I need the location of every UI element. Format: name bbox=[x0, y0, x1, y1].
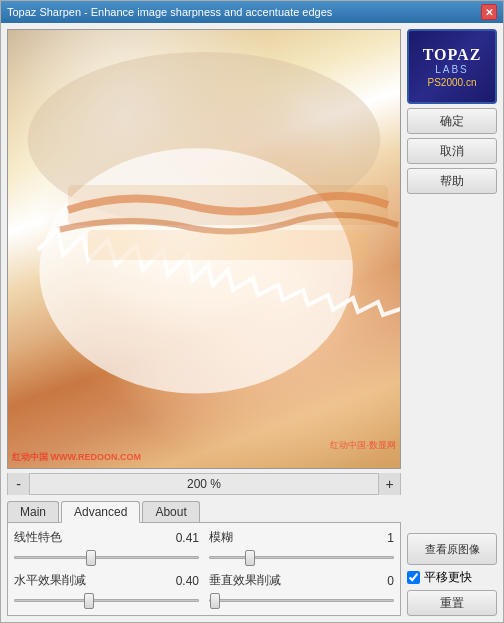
close-button[interactable]: ✕ bbox=[481, 4, 497, 20]
help-button[interactable]: 帮助 bbox=[407, 168, 497, 194]
watermark2: 红动中国·数显网 bbox=[330, 439, 396, 452]
tab-main[interactable]: Main bbox=[7, 501, 59, 522]
linear-feature-header: 线性特色 0.41 bbox=[14, 529, 199, 546]
cancel-button[interactable]: 取消 bbox=[407, 138, 497, 164]
reset-button[interactable]: 重置 bbox=[407, 590, 497, 616]
main-window: Topaz Sharpen - Enhance image sharpness … bbox=[0, 0, 504, 623]
control-blur: 模糊 1 bbox=[209, 529, 394, 566]
zoom-value: 200 % bbox=[30, 477, 378, 491]
tab-content: 线性特色 0.41 模糊 1 bbox=[7, 523, 401, 616]
shell-svg bbox=[8, 30, 400, 468]
vertical-suppress-value: 0 bbox=[387, 574, 394, 588]
vertical-suppress-label: 垂直效果削减 bbox=[209, 572, 281, 589]
control-linear-feature: 线性特色 0.41 bbox=[14, 529, 199, 566]
blur-slider[interactable] bbox=[209, 549, 394, 565]
pan-faster-row: 平移更快 bbox=[407, 569, 497, 586]
preview-area[interactable]: 红动中国 WWW.REDOON.COM 红动中国·数显网 bbox=[7, 29, 401, 469]
horizontal-suppress-header: 水平效果削减 0.40 bbox=[14, 572, 199, 589]
spacer bbox=[407, 198, 497, 525]
linear-feature-value: 0.41 bbox=[176, 531, 199, 545]
watermark1: 红动中国 WWW.REDOON.COM bbox=[12, 451, 141, 464]
tab-headers: Main Advanced About bbox=[7, 501, 401, 523]
pan-faster-checkbox[interactable] bbox=[407, 571, 420, 584]
title-text: Topaz Sharpen - Enhance image sharpness … bbox=[7, 6, 332, 18]
zoom-bar: - 200 % + bbox=[7, 473, 401, 495]
main-content: 红动中国 WWW.REDOON.COM 红动中国·数显网 - 200 % + M… bbox=[1, 23, 503, 622]
view-original-button[interactable]: 查看原图像 bbox=[407, 533, 497, 565]
svg-rect-3 bbox=[88, 230, 368, 260]
control-vertical-suppress: 垂直效果削减 0 bbox=[209, 572, 394, 609]
zoom-in-button[interactable]: + bbox=[378, 473, 400, 495]
pan-faster-label: 平移更快 bbox=[424, 569, 472, 586]
title-bar: Topaz Sharpen - Enhance image sharpness … bbox=[1, 1, 503, 23]
svg-rect-2 bbox=[68, 185, 388, 225]
vertical-suppress-slider-container bbox=[209, 591, 394, 609]
preview-image: 红动中国 WWW.REDOON.COM 红动中国·数显网 bbox=[8, 30, 400, 468]
blur-header: 模糊 1 bbox=[209, 529, 394, 546]
logo-area: TOPAZ LABS PS2000.cn bbox=[407, 29, 497, 104]
title-bar-left: Topaz Sharpen - Enhance image sharpness … bbox=[7, 6, 332, 18]
vertical-suppress-slider[interactable] bbox=[209, 592, 394, 608]
linear-feature-slider[interactable] bbox=[14, 549, 199, 565]
blur-label: 模糊 bbox=[209, 529, 233, 546]
horizontal-suppress-slider[interactable] bbox=[14, 592, 199, 608]
linear-feature-slider-container bbox=[14, 548, 199, 566]
tab-about[interactable]: About bbox=[142, 501, 199, 522]
logo-topaz: TOPAZ bbox=[423, 46, 482, 64]
horizontal-suppress-slider-container bbox=[14, 591, 199, 609]
controls-grid: 线性特色 0.41 模糊 1 bbox=[14, 529, 394, 609]
tabs-area: Main Advanced About 线性特色 0.41 bbox=[7, 501, 401, 616]
tab-advanced[interactable]: Advanced bbox=[61, 501, 140, 523]
logo-ps: PS2000.cn bbox=[428, 77, 477, 88]
vertical-suppress-header: 垂直效果削减 0 bbox=[209, 572, 394, 589]
logo-labs: LABS bbox=[435, 64, 469, 75]
right-panel: TOPAZ LABS PS2000.cn 确定 取消 帮助 查看原图像 平移更快… bbox=[407, 29, 497, 616]
horizontal-suppress-label: 水平效果削减 bbox=[14, 572, 86, 589]
linear-feature-label: 线性特色 bbox=[14, 529, 62, 546]
left-panel: 红动中国 WWW.REDOON.COM 红动中国·数显网 - 200 % + M… bbox=[7, 29, 401, 616]
horizontal-suppress-value: 0.40 bbox=[176, 574, 199, 588]
control-horizontal-suppress: 水平效果削减 0.40 bbox=[14, 572, 199, 609]
blur-slider-container bbox=[209, 548, 394, 566]
confirm-button[interactable]: 确定 bbox=[407, 108, 497, 134]
zoom-out-button[interactable]: - bbox=[8, 473, 30, 495]
blur-value: 1 bbox=[387, 531, 394, 545]
